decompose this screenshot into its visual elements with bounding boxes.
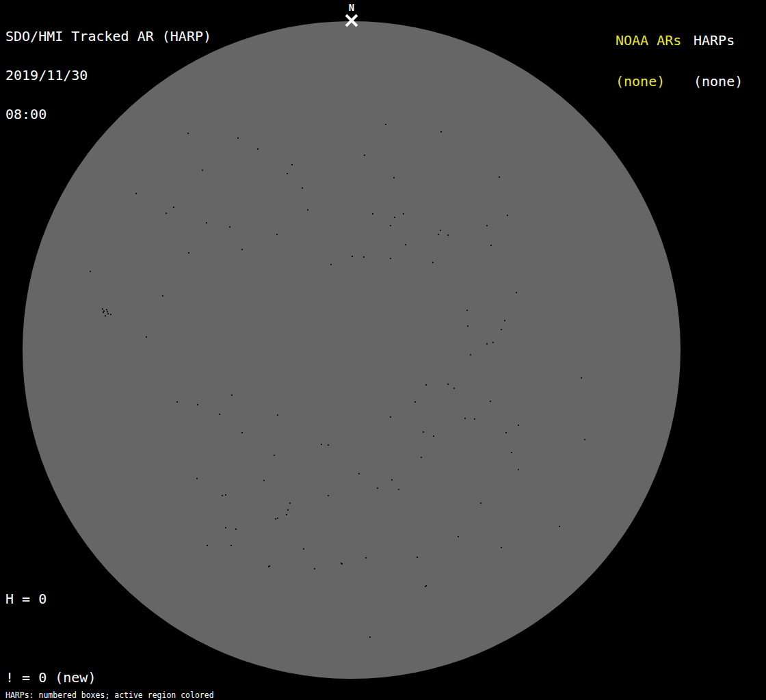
magnetogram-speckle xyxy=(206,222,207,224)
magnetogram-speckle xyxy=(390,258,391,259)
magnetogram-speckle xyxy=(405,244,406,245)
magnetogram-speckle xyxy=(230,545,232,546)
magnetogram-speckle xyxy=(289,502,291,504)
magnetogram-speckle xyxy=(231,394,233,396)
magnetogram-speckle xyxy=(225,494,226,496)
magnetogram-speckle xyxy=(458,536,459,537)
magnetogram-speckle xyxy=(417,556,418,558)
harp-tracking-frame: SDO/HMI Tracked AR (HARP) 2019/11/30 08:… xyxy=(0,0,766,700)
magnetogram-speckle xyxy=(188,252,189,254)
magnetogram-speckle xyxy=(421,457,422,458)
magnetogram-speckle xyxy=(222,495,223,496)
magnetogram-speckle xyxy=(277,414,278,416)
magnetogram-speckle xyxy=(314,568,315,569)
magnetogram-speckle xyxy=(377,487,378,489)
magnetogram-speckle xyxy=(480,502,481,504)
magnetogram-speckle xyxy=(504,320,505,321)
harps-label: HARPs xyxy=(694,33,743,47)
magnetogram-speckle xyxy=(516,292,517,293)
magnetogram-speckle xyxy=(581,377,582,379)
magnetogram-speckle xyxy=(286,514,287,515)
magnetogram-speckle xyxy=(440,131,442,133)
magnetogram-speckle xyxy=(275,518,276,520)
magnetogram-speckle xyxy=(330,264,332,265)
magnetogram-speckle xyxy=(341,563,343,565)
harp-count-line: H = 0 xyxy=(5,593,162,606)
magnetogram-speckle xyxy=(135,193,137,194)
magnetogram-speckle xyxy=(403,213,404,215)
magnetogram-speckle xyxy=(584,439,585,440)
magnetogram-speckle xyxy=(166,213,167,214)
magnetogram-speckle xyxy=(219,414,220,415)
magnetogram-speckle xyxy=(372,213,373,215)
magnetogram-speckle xyxy=(358,473,360,474)
magnetogram-speckle xyxy=(110,314,111,315)
magnetogram-speckle xyxy=(438,234,439,235)
magnetogram-speckle xyxy=(106,309,107,310)
magnetogram-speckle xyxy=(507,215,508,216)
magnetogram-speckle xyxy=(328,444,329,446)
footer-caption: HARPs: numbered boxes; active region col… xyxy=(5,675,280,700)
magnetogram-speckle xyxy=(369,636,371,638)
magnetogram-speckle xyxy=(146,336,147,338)
magnetogram-speckle xyxy=(492,342,494,343)
magnetogram-speckle xyxy=(328,495,329,496)
noaa-ars-status: NOAA ARs (none) xyxy=(616,6,681,116)
magnetogram-speckle xyxy=(302,187,303,189)
magnetogram-speckle xyxy=(505,432,507,433)
magnetogram-speckle xyxy=(162,295,163,297)
magnetogram-speckle xyxy=(414,401,416,403)
magnetogram-speckle xyxy=(241,432,243,433)
magnetogram-speckle xyxy=(202,170,203,171)
magnetogram-speckle xyxy=(225,527,226,528)
magnetogram-speckle xyxy=(467,325,468,327)
magnetogram-speckle xyxy=(263,480,265,481)
magnetogram-speckle xyxy=(518,425,519,426)
magnetogram-speckle xyxy=(486,225,488,226)
magnetogram-speckle xyxy=(394,217,395,218)
magnetogram-speckle xyxy=(90,271,91,272)
magnetogram-speckle xyxy=(425,586,426,587)
harps-value: (none) xyxy=(694,75,743,88)
magnetogram-speckle xyxy=(352,256,353,257)
magnetogram-speckle xyxy=(207,545,208,546)
magnetogram-speckle xyxy=(470,354,471,355)
magnetogram-speckle xyxy=(229,226,230,228)
magnetogram-speckle xyxy=(447,234,449,236)
magnetogram-speckle xyxy=(501,329,502,330)
frame-time: 08:00 xyxy=(5,108,211,121)
frame-date: 2019/11/30 xyxy=(5,69,211,82)
noaa-ars-value: (none) xyxy=(616,75,681,88)
magnetogram-speckle xyxy=(107,311,108,312)
magnetogram-speckle xyxy=(385,124,386,125)
magnetogram-speckle xyxy=(241,249,243,250)
magnetogram-speckle xyxy=(511,452,512,453)
magnetogram-speckle xyxy=(287,173,288,174)
magnetogram-speckle xyxy=(447,383,449,385)
footer-line-1: HARPs: numbered boxes; active region col… xyxy=(5,691,280,699)
north-label: N xyxy=(349,2,354,13)
magnetogram-speckle xyxy=(390,225,391,226)
magnetogram-speckle xyxy=(257,148,259,150)
magnetogram-speckle xyxy=(425,384,427,386)
magnetogram-speckle xyxy=(274,455,275,456)
header: SDO/HMI Tracked AR (HARP) 2019/11/30 08:… xyxy=(5,4,211,147)
magnetogram-speckle xyxy=(398,489,399,490)
magnetogram-speckle xyxy=(501,547,502,548)
magnetogram-speckle xyxy=(276,234,278,235)
magnetogram-speckle xyxy=(433,435,434,437)
noaa-ars-label: NOAA ARs xyxy=(616,33,681,47)
magnetogram-speckle xyxy=(464,418,466,419)
magnetogram-speckle xyxy=(393,177,395,178)
magnetogram-speckle xyxy=(440,230,441,231)
magnetogram-speckle xyxy=(499,176,500,178)
magnetogram-speckle xyxy=(307,209,308,211)
magnetogram-speckle xyxy=(196,478,198,479)
magnetogram-speckle xyxy=(235,528,237,530)
magnetogram-speckle xyxy=(466,310,468,311)
magnetogram-speckle xyxy=(365,557,367,558)
magnetogram-speckle xyxy=(176,401,178,403)
magnetogram-speckle xyxy=(197,404,198,405)
magnetogram-speckle xyxy=(102,308,103,310)
magnetogram-speckle xyxy=(173,206,174,208)
